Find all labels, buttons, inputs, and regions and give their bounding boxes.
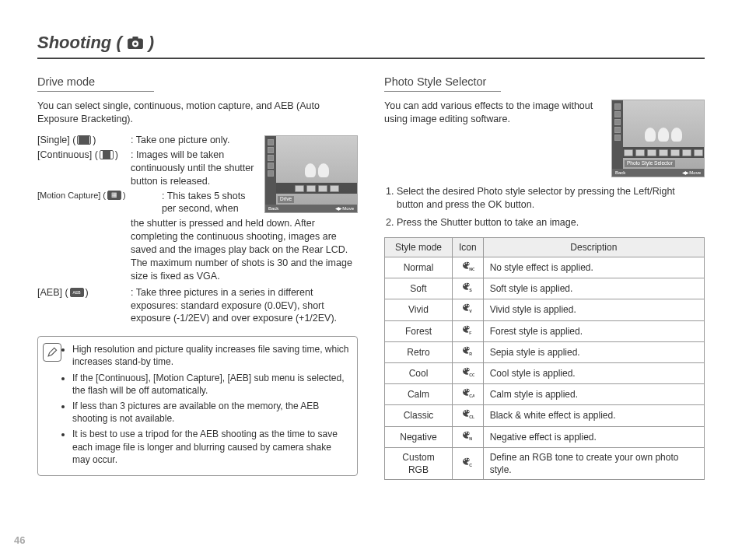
style-desc-cell: Negative effect is applied.	[483, 426, 704, 447]
svg-point-29	[466, 390, 467, 391]
svg-point-21	[466, 347, 467, 348]
pss-heading: Photo Style Selector	[384, 75, 501, 93]
style-mode-cell: Classic	[385, 405, 453, 426]
svg-text:F: F	[470, 331, 473, 335]
style-mode-cell: Soft	[385, 278, 453, 299]
palette-icon: N	[460, 430, 474, 441]
svg-text:CL: CL	[470, 415, 475, 419]
svg-point-28	[464, 390, 466, 392]
style-mode-cell: Custom RGB	[385, 447, 453, 479]
screenshot-move: Move	[342, 206, 354, 211]
screenshot-body	[276, 136, 357, 205]
step-item: Press the Shutter button to take an imag…	[397, 216, 705, 229]
motion-desc-a: : This takes 5 shots per second, when	[162, 190, 258, 216]
style-desc-cell: Calm style is applied.	[483, 384, 704, 405]
svg-point-37	[466, 432, 467, 433]
continuous-desc: : Images will be taken continuously unti…	[131, 149, 258, 188]
drive-intro: You can select single, continuous, motio…	[37, 100, 358, 126]
table-row: SoftSSoft style is applied.	[385, 278, 705, 299]
svg-point-9	[466, 284, 467, 285]
svg-point-33	[466, 411, 467, 412]
aeb-mode-icon: AEB	[70, 288, 84, 297]
note-box: High resolution and picture quality incr…	[37, 336, 358, 476]
svg-point-22	[468, 348, 470, 349]
palette-icon: S	[460, 282, 474, 292]
style-mode-cell: Retro	[385, 341, 453, 362]
svg-text:N: N	[470, 436, 473, 441]
note-item: It is best to use a tripod for the AEB s…	[72, 428, 349, 466]
pss-screenshot-move: Move	[689, 170, 701, 175]
style-icon-cell: N	[452, 426, 483, 447]
right-column: Photo Style Selector You can add various…	[384, 75, 705, 480]
screenshot-back: Back	[268, 205, 278, 212]
aeb-label: [AEB] ( AEB )	[37, 286, 131, 299]
style-mode-cell: Negative	[385, 426, 453, 447]
continuous-mode-icon	[100, 150, 114, 159]
style-icon-cell: F	[452, 320, 483, 341]
drive-screenshot: Drive Back ◀▶ Move	[264, 135, 358, 213]
table-row: CalmCACalm style is applied.	[385, 384, 705, 405]
drive-mode-heading: Drive mode	[37, 75, 154, 93]
camera-icon	[127, 36, 144, 50]
move-arrows-icon: ◀▶	[682, 170, 688, 175]
palette-icon: CO	[460, 366, 474, 377]
screenshot-strip	[276, 183, 357, 194]
svg-point-14	[468, 306, 470, 307]
style-icon-cell: NOR	[452, 257, 483, 278]
svg-point-38	[468, 432, 470, 434]
single-label: [Single] ( )	[37, 134, 131, 147]
style-desc-cell: Define an RGB tone to create your own ph…	[483, 447, 704, 479]
palette-icon: CA	[460, 387, 474, 398]
svg-point-3	[134, 42, 137, 45]
svg-point-20	[464, 348, 466, 350]
svg-point-5	[466, 262, 467, 264]
svg-point-17	[466, 326, 467, 327]
pss-screenshot-strip	[623, 147, 704, 158]
note-item: If less than 3 pictures are available on…	[72, 400, 349, 425]
style-icon-cell: R	[452, 341, 483, 362]
svg-text:V: V	[470, 309, 473, 313]
page-title: Shooting ( )	[37, 31, 705, 59]
style-mode-cell: Calm	[385, 384, 453, 405]
style-desc-cell: No style effect is applied.	[483, 257, 704, 278]
table-row: Custom RGBCDefine an RGB tone to create …	[385, 447, 705, 479]
table-row: RetroRSepia style is applied.	[385, 341, 705, 362]
svg-point-36	[464, 432, 466, 434]
table-row: NegativeNNegative effect is applied.	[385, 426, 705, 447]
palette-icon: NOR	[460, 261, 474, 271]
svg-point-26	[468, 369, 470, 370]
table-row: ClassicCLBlack & white effect is applied…	[385, 405, 705, 426]
pss-steps: Select the desired Photo style selector …	[384, 185, 705, 229]
svg-text:CO: CO	[470, 373, 475, 377]
style-icon-cell: C	[452, 447, 483, 479]
left-column: Drive mode You can select single, contin…	[37, 75, 358, 480]
motion-desc-b: the shutter is pressed and held down. Af…	[37, 217, 358, 282]
screenshot-footer: Back ◀▶ Move	[265, 205, 357, 212]
svg-point-32	[464, 411, 466, 413]
style-icon-cell: S	[452, 278, 483, 299]
style-desc-cell: Vivid style is applied.	[483, 299, 704, 320]
svg-point-18	[468, 327, 470, 328]
title-suffix: )	[149, 31, 154, 54]
svg-point-41	[466, 458, 467, 460]
table-row: CoolCOCool style is applied.	[385, 363, 705, 384]
screenshot-sidebar	[265, 136, 276, 205]
table-row: VividVVivid style is applied.	[385, 299, 705, 320]
table-row: ForestFForest style is applied.	[385, 320, 705, 341]
style-mode-cell: Normal	[385, 257, 453, 278]
style-desc-cell: Cool style is applied.	[483, 363, 704, 384]
style-desc-cell: Sepia style is applied.	[483, 341, 704, 362]
drive-mode-list: Drive Back ◀▶ Move [Single] ( ) : Take o…	[37, 134, 358, 325]
step-item: Select the desired Photo style selector …	[397, 185, 705, 212]
svg-point-25	[466, 368, 467, 369]
th-icon: Icon	[452, 237, 483, 257]
single-mode-icon	[77, 135, 91, 145]
note-item: High resolution and picture quality incr…	[72, 343, 349, 368]
palette-icon: F	[460, 324, 474, 335]
motion-mode-icon: ▦	[107, 191, 121, 200]
aeb-desc: : Take three pictures in a series in dif…	[131, 286, 358, 326]
title-prefix: Shooting (	[37, 31, 122, 54]
note-item: If the [Continuous], [Motion Capture], […	[72, 372, 349, 397]
pss-screenshot-title: Photo Style Selector	[625, 160, 675, 167]
svg-point-30	[468, 390, 470, 391]
